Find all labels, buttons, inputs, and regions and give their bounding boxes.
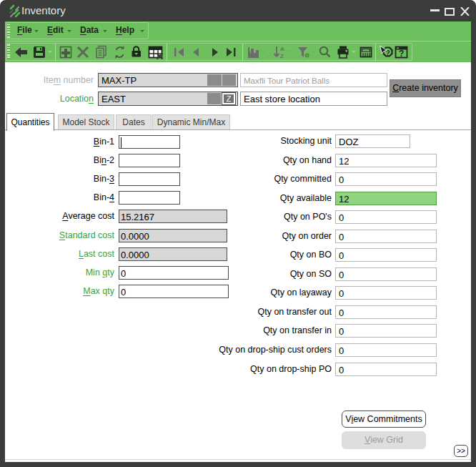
svg-text:A: A (280, 46, 284, 52)
svg-text:Z: Z (280, 53, 284, 59)
svg-text:?: ? (399, 49, 404, 59)
